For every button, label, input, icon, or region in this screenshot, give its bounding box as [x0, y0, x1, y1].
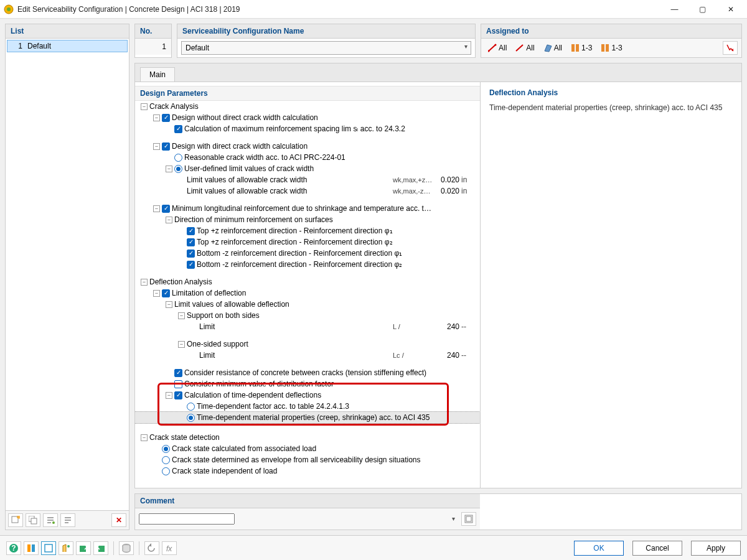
row-cw-pos[interactable]: Limit values of allowable crack widthwk,… — [135, 174, 480, 185]
units-button[interactable] — [24, 541, 39, 555]
checkbox[interactable] — [187, 238, 195, 246]
node-with-direct[interactable]: −Design with direct crack width calculat… — [135, 141, 480, 152]
list-item-num: 1 — [11, 42, 22, 50]
radio[interactable] — [162, 456, 170, 464]
radio[interactable] — [162, 467, 170, 475]
assigned-chip-surfaces[interactable]: All — [540, 42, 565, 54]
database-button[interactable] — [119, 541, 134, 555]
node-bot-phi1[interactable]: Bottom -z reinforcement direction - Rein… — [135, 248, 480, 259]
expander-icon[interactable]: − — [166, 166, 172, 172]
right-panel: No. 1 Serviceability Configuration Name … — [134, 24, 742, 488]
node-crack-analysis[interactable]: −Crack Analysis — [135, 101, 480, 112]
checkbox[interactable] — [174, 125, 182, 133]
import-button[interactable] — [93, 541, 108, 555]
expander-icon[interactable]: − — [166, 301, 172, 308]
cancel-button[interactable]: Cancel — [632, 541, 682, 556]
close-button[interactable]: ✕ — [716, 0, 745, 19]
assigned-chip-lines[interactable]: All — [512, 42, 537, 54]
radio[interactable] — [174, 154, 182, 162]
node-bot-phi2[interactable]: Bottom -z reinforcement direction - Rein… — [135, 259, 480, 270]
script-button[interactable]: fx — [162, 541, 177, 555]
wizard-button[interactable] — [59, 541, 73, 555]
expander-icon[interactable]: − — [166, 217, 172, 223]
checkbox[interactable] — [162, 142, 170, 151]
node-reasonable-crack[interactable]: Reasonable crack width acc. to ACI PRC-2… — [135, 152, 480, 163]
expander-icon[interactable]: − — [153, 143, 160, 150]
node-top-phi2[interactable]: Top +z reinforcement direction - Reinfor… — [135, 236, 480, 248]
toolbar-button-3[interactable] — [43, 513, 58, 527]
top-header-row: No. 1 Serviceability Configuration Name … — [134, 24, 742, 58]
node-dir-min-reinf[interactable]: −Direction of minimum reinforcement on s… — [135, 214, 480, 225]
node-cs-independent[interactable]: Crack state independent of load — [135, 465, 480, 477]
node-td-material[interactable]: Time-dependent material properties (cree… — [135, 412, 480, 423]
checkbox[interactable] — [187, 250, 195, 258]
checkbox[interactable] — [187, 261, 195, 269]
assigned-chip-combinations[interactable]: 1-3 — [598, 42, 625, 54]
node-consider-min-dist[interactable]: Consider minimum value of distribution f… — [135, 378, 480, 390]
radio[interactable] — [174, 165, 182, 173]
checkbox[interactable] — [174, 380, 182, 388]
undo-button[interactable] — [144, 541, 159, 555]
checkbox[interactable] — [174, 391, 182, 399]
assigned-chip-load-cases[interactable]: 1-3 — [568, 42, 595, 54]
view-button[interactable] — [41, 541, 56, 555]
checkbox[interactable] — [174, 369, 182, 377]
apply-button[interactable]: Apply — [691, 541, 741, 556]
node-one-sided[interactable]: −One-sided support — [135, 338, 480, 350]
tree-area[interactable]: Design Parameters −Crack Analysis −Desig… — [135, 82, 480, 488]
node-limit-values-deflection[interactable]: −Limit values of allowable deflection — [135, 299, 480, 310]
ok-button[interactable]: OK — [574, 541, 624, 556]
node-support-both[interactable]: −Support on both sides — [135, 310, 480, 321]
node-without-direct[interactable]: −Design without direct crack width calcu… — [135, 112, 480, 123]
node-top-phi1[interactable]: Top +z reinforcement direction - Reinfor… — [135, 225, 480, 236]
comment-library-button[interactable] — [461, 512, 476, 526]
configuration-name-combo[interactable] — [181, 41, 471, 55]
node-calc-max-reinf[interactable]: Calculation of maximum reinforcement spa… — [135, 123, 480, 134]
maximize-button[interactable]: ▢ — [688, 0, 716, 19]
expander-icon[interactable]: − — [141, 279, 148, 286]
node-cs-associated[interactable]: Crack state calculated from associated l… — [135, 443, 480, 454]
radio[interactable] — [187, 403, 195, 411]
minimize-button[interactable]: — — [660, 0, 688, 19]
list-item[interactable]: 1 Default — [7, 40, 128, 52]
expander-icon[interactable]: − — [178, 341, 185, 348]
node-consider-tension[interactable]: Consider resistance of concrete between … — [135, 367, 480, 378]
radio[interactable] — [187, 414, 195, 422]
node-min-long-reinf[interactable]: −Minimum longitudinal reinforcement due … — [135, 203, 480, 214]
node-td-factor[interactable]: Time-dependent factor acc. to table 24.2… — [135, 401, 480, 412]
node-cs-envelope[interactable]: Crack state determined as envelope from … — [135, 454, 480, 465]
row-cw-neg[interactable]: Limit values of allowable crack widthwk,… — [135, 185, 480, 197]
tab-main[interactable]: Main — [140, 67, 175, 82]
node-calc-time-dependent[interactable]: −Calculation of time-dependent deflectio… — [135, 390, 480, 401]
expander-icon[interactable]: − — [153, 290, 160, 297]
export-button[interactable] — [76, 541, 91, 555]
info-title: Deflection Analysis — [489, 88, 733, 97]
help-button[interactable]: ? — [6, 541, 21, 555]
checkbox[interactable] — [187, 227, 195, 235]
node-limitation-deflection[interactable]: −Limitation of deflection — [135, 287, 480, 299]
expander-icon[interactable]: − — [153, 114, 160, 121]
pick-from-model-button[interactable] — [723, 41, 738, 55]
node-deflection-analysis[interactable]: −Deflection Analysis — [135, 276, 480, 287]
node-crack-state-detection[interactable]: −Crack state detection — [135, 432, 480, 443]
toolbar-button-4[interactable] — [60, 513, 75, 527]
checkbox[interactable] — [162, 114, 170, 122]
expander-icon[interactable]: − — [141, 434, 148, 441]
checkbox[interactable] — [162, 289, 170, 297]
duplicate-item-button[interactable] — [26, 513, 40, 527]
list-body[interactable]: 1 Default — [6, 39, 129, 510]
row-limit-onesided[interactable]: LimitLc /240-- — [135, 350, 480, 361]
expander-icon[interactable]: − — [141, 103, 148, 110]
radio[interactable] — [162, 445, 170, 453]
new-item-button[interactable] — [8, 513, 23, 527]
row-limit-both[interactable]: LimitL /240-- — [135, 321, 480, 332]
delete-item-button[interactable]: ✕ — [111, 513, 126, 527]
checkbox[interactable] — [162, 205, 170, 213]
expander-icon[interactable]: − — [166, 392, 172, 399]
name-panel: Serviceability Configuration Name — [177, 24, 476, 58]
assigned-chip-members[interactable]: All — [485, 42, 510, 54]
expander-icon[interactable]: − — [153, 205, 160, 212]
comment-input[interactable] — [139, 513, 235, 525]
node-user-defined-limits[interactable]: −User-defined limit values of crack widt… — [135, 163, 480, 174]
expander-icon[interactable]: − — [178, 312, 185, 319]
